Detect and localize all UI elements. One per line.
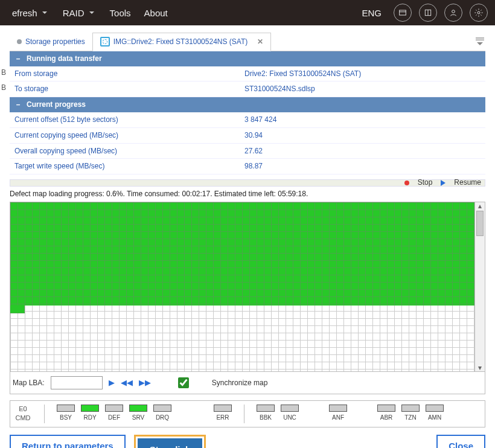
dot-icon: [17, 39, 22, 44]
user-icon[interactable]: [444, 4, 462, 22]
map-scrollbar[interactable]: ▴ ▾: [474, 202, 485, 371]
led-def: DEF: [105, 405, 123, 422]
tab-label: Storage properties: [25, 37, 85, 47]
sync-map-checkbox[interactable]: Synchronize map: [157, 376, 268, 390]
drive-icon: [100, 37, 110, 46]
close-icon[interactable]: ✕: [257, 37, 263, 47]
scroll-thumb[interactable]: [476, 211, 484, 236]
scroll-up-icon[interactable]: ▴: [476, 202, 484, 210]
top-menubar: efresh RAID Tools About ENG: [0, 0, 495, 25]
stop-dot-icon: [404, 181, 409, 185]
button-row: Return to parameters Stop disk Close Sen…: [10, 435, 485, 448]
defect-progress-text: Defect map loading progress: 0.6%. Time …: [10, 187, 485, 202]
menu-raid[interactable]: RAID: [58, 4, 101, 22]
row-from-storage: From storageDrive2: Fixed ST31000524NS (…: [10, 66, 485, 82]
fastfwd-icon[interactable]: ▶▶: [139, 377, 151, 388]
play-icon[interactable]: ▶: [109, 377, 115, 388]
map-lba-bar: Map LBA: ▶ ◀◀ ▶▶ Synchronize map: [10, 372, 485, 394]
scroll-down-icon[interactable]: ▾: [476, 364, 484, 371]
section-current-progress: – Current progress: [10, 97, 485, 112]
tab-label: IMG::Drive2: Fixed ST31000524NS (SAT): [113, 37, 248, 47]
collapse-icon[interactable]: –: [14, 54, 22, 64]
led-tzn: TZN: [401, 405, 420, 422]
section-running-transfer: – Running data transfer: [10, 51, 485, 66]
map-lba-input[interactable]: [51, 376, 103, 389]
rewind-icon[interactable]: ◀◀: [121, 377, 133, 388]
stop-disk-button[interactable]: Stop disk: [138, 438, 203, 448]
tab-bar: Storage properties IMG::Drive2: Fixed ST…: [10, 33, 485, 51]
resume-link[interactable]: Resume: [454, 178, 481, 188]
play-icon: [441, 180, 446, 186]
row-current-offset: Current offset (512 byte sectors)3 847 4…: [10, 112, 485, 128]
led-abr: ABR: [377, 405, 395, 422]
row-to-storage: To storageST31000524NS.sdlsp: [10, 82, 485, 97]
svg-rect-0: [400, 10, 406, 15]
led-amn: AMN: [426, 405, 444, 422]
side-fragment: BB: [0, 65, 7, 95]
menu-about[interactable]: About: [139, 4, 173, 22]
svg-point-4: [452, 10, 455, 13]
cmd-indicator: E0CMD: [14, 405, 32, 423]
collapse-icon[interactable]: –: [14, 100, 22, 110]
led-drq: DRQ: [153, 405, 171, 422]
map-lba-label: Map LBA:: [13, 378, 45, 388]
row-current-speed: Current copying speed (MB/sec)30.94: [10, 128, 485, 144]
row-overall-speed: Overall copying speed (MB/sec)27.62: [10, 144, 485, 159]
led-err: ERR: [214, 405, 232, 422]
led-bbk: BBK: [257, 405, 275, 422]
svg-point-5: [477, 11, 480, 14]
panel-icon[interactable]: [419, 4, 437, 22]
led-status-bar: E0CMD BSY RDY DEF SRV DRQ ERR BBK UNC AN…: [10, 400, 485, 427]
close-button[interactable]: Close: [436, 435, 485, 448]
return-button[interactable]: Return to parameters: [10, 435, 126, 448]
sync-map-input[interactable]: [159, 377, 208, 388]
lang-selector[interactable]: ENG: [357, 4, 386, 22]
map-current-row: [10, 306, 25, 313]
map-grid[interactable]: [10, 202, 474, 371]
window-icon[interactable]: [394, 4, 412, 22]
led-srv: SRV: [129, 405, 147, 422]
led-anf: ANF: [329, 405, 347, 422]
stop-link[interactable]: Stop: [418, 178, 433, 188]
led-bsy: BSY: [57, 405, 75, 422]
gear-icon[interactable]: [470, 4, 488, 22]
menu-refresh[interactable]: efresh: [7, 4, 54, 22]
progress-bar: Stop Resume: [10, 179, 485, 187]
led-unc: UNC: [281, 405, 299, 422]
defect-map: ▴ ▾: [10, 202, 485, 372]
tab-drive-img[interactable]: IMG::Drive2: Fixed ST31000524NS (SAT) ✕: [92, 33, 272, 51]
tab-storage-properties[interactable]: Storage properties: [10, 33, 92, 51]
row-target-speed: Target write speed (MB/sec)98.87: [10, 159, 485, 174]
led-rdy: RDY: [81, 405, 99, 422]
map-completed-region: [10, 202, 474, 306]
menu-tools[interactable]: Tools: [105, 4, 136, 22]
tab-list-dropdown[interactable]: [474, 37, 485, 46]
stop-disk-highlight: Stop disk: [134, 435, 206, 448]
